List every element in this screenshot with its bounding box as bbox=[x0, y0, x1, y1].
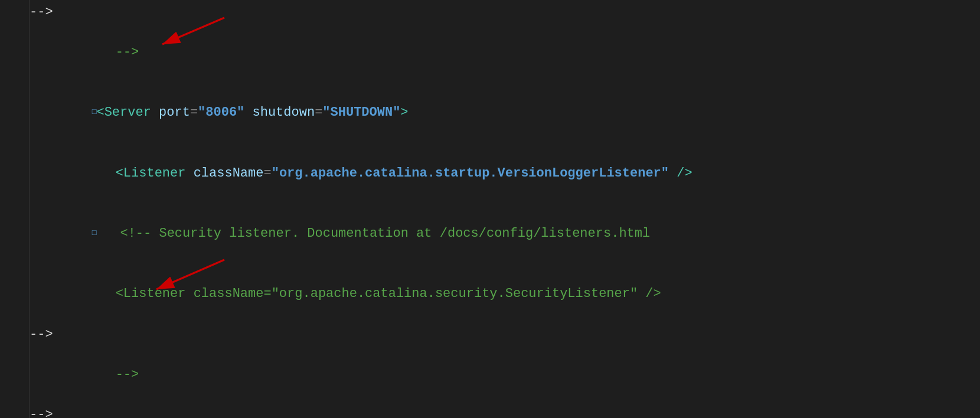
code-editor: --> --> □<Server port="8006" shutdown="S… bbox=[0, 0, 980, 418]
server-shutdown-val: "SHUTDOWN" bbox=[322, 105, 400, 120]
line-listener-version: <Listener className="org.apache.catalina… bbox=[30, 143, 980, 204]
comment-close-1: --> bbox=[116, 45, 139, 60]
line-listener-security: <Listener className="org.apache.catalina… bbox=[30, 264, 980, 324]
comment-close-2: --> bbox=[116, 367, 139, 382]
classname-val-1: "org.apache.catalina.startup.VersionLogg… bbox=[272, 166, 669, 181]
line-comment-security: □<!-- Security listener. Documentation a… bbox=[30, 204, 980, 264]
classname-attr-1: className bbox=[194, 166, 264, 181]
line-1: --> bbox=[30, 22, 980, 83]
fold-comment[interactable]: □ bbox=[92, 228, 97, 237]
line-server: □<Server port="8006" shutdown="SHUTDOWN"… bbox=[30, 83, 980, 143]
code-content: --> --> □<Server port="8006" shutdown="S… bbox=[0, 0, 980, 418]
server-open-tag: <Server bbox=[96, 105, 159, 120]
comment-security: <!-- Security listener. Documentation at… bbox=[120, 226, 650, 241]
server-port-attr: port bbox=[159, 105, 190, 120]
comment-security-listener: <Listener className="org.apache.catalina… bbox=[116, 286, 661, 301]
server-port-val: "8006" bbox=[198, 105, 244, 120]
listener-tag-1: <Listener bbox=[116, 166, 194, 181]
line-comment-close-2: --> bbox=[30, 345, 980, 405]
